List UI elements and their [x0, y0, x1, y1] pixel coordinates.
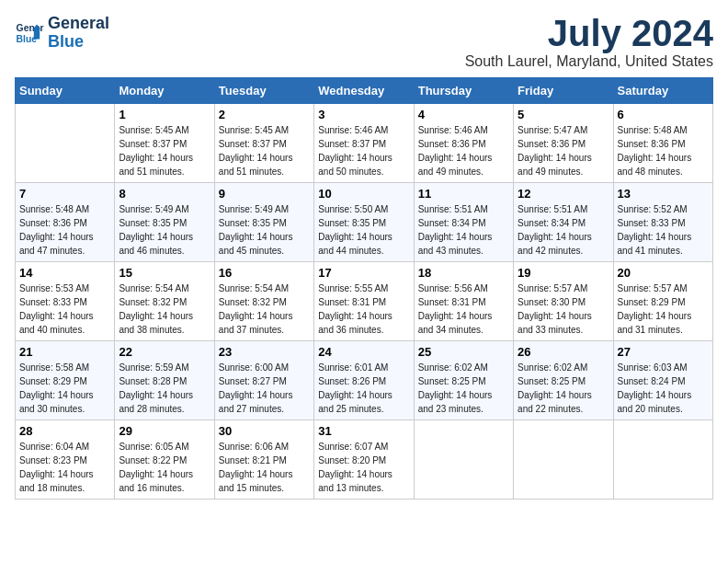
calendar-cell: 8Sunrise: 5:49 AM Sunset: 8:35 PM Daylig… [115, 183, 214, 262]
day-info: Sunrise: 6:07 AM Sunset: 8:20 PM Dayligh… [318, 440, 409, 495]
day-number: 8 [119, 187, 210, 201]
day-number: 29 [119, 424, 210, 438]
calendar-cell: 10Sunrise: 5:50 AM Sunset: 8:35 PM Dayli… [314, 183, 414, 262]
day-info: Sunrise: 5:46 AM Sunset: 8:37 PM Dayligh… [318, 123, 409, 178]
calendar-body: 1Sunrise: 5:45 AM Sunset: 8:37 PM Daylig… [16, 104, 713, 500]
day-number: 11 [418, 187, 509, 201]
weekday-header: Sunday [16, 78, 115, 104]
day-info: Sunrise: 5:58 AM Sunset: 8:29 PM Dayligh… [19, 361, 110, 416]
logo-text: General Blue [48, 15, 109, 52]
day-number: 3 [318, 108, 409, 121]
day-number: 27 [618, 345, 709, 359]
day-info: Sunrise: 5:56 AM Sunset: 8:31 PM Dayligh… [418, 282, 509, 337]
calendar-cell: 13Sunrise: 5:52 AM Sunset: 8:33 PM Dayli… [613, 183, 712, 262]
day-info: Sunrise: 5:47 AM Sunset: 8:36 PM Dayligh… [518, 123, 609, 178]
day-number: 14 [19, 266, 110, 280]
calendar-cell: 4Sunrise: 5:46 AM Sunset: 8:36 PM Daylig… [414, 104, 513, 183]
day-number: 24 [318, 345, 409, 359]
day-number: 22 [119, 345, 210, 359]
day-info: Sunrise: 6:02 AM Sunset: 8:25 PM Dayligh… [518, 361, 609, 416]
weekday-header: Saturday [613, 78, 712, 104]
day-number: 19 [518, 266, 609, 280]
calendar-cell: 9Sunrise: 5:49 AM Sunset: 8:35 PM Daylig… [214, 183, 313, 262]
day-number: 18 [418, 266, 509, 280]
calendar-cell: 25Sunrise: 6:02 AM Sunset: 8:25 PM Dayli… [414, 341, 513, 420]
day-number: 17 [318, 266, 409, 280]
day-info: Sunrise: 5:52 AM Sunset: 8:33 PM Dayligh… [618, 202, 709, 258]
day-info: Sunrise: 5:53 AM Sunset: 8:33 PM Dayligh… [19, 282, 110, 337]
day-info: Sunrise: 5:57 AM Sunset: 8:30 PM Dayligh… [518, 282, 609, 337]
calendar-cell: 31Sunrise: 6:07 AM Sunset: 8:20 PM Dayli… [314, 420, 414, 500]
day-number: 28 [19, 424, 110, 438]
day-info: Sunrise: 5:45 AM Sunset: 8:37 PM Dayligh… [219, 123, 310, 178]
day-number: 25 [418, 345, 509, 359]
calendar-cell: 21Sunrise: 5:58 AM Sunset: 8:29 PM Dayli… [16, 341, 115, 420]
day-info: Sunrise: 5:49 AM Sunset: 8:35 PM Dayligh… [219, 202, 310, 258]
weekday-header: Tuesday [214, 78, 313, 104]
day-number: 9 [219, 187, 310, 201]
calendar-cell: 20Sunrise: 5:57 AM Sunset: 8:29 PM Dayli… [613, 262, 712, 341]
day-info: Sunrise: 5:51 AM Sunset: 8:34 PM Dayligh… [518, 202, 609, 258]
calendar-cell: 16Sunrise: 5:54 AM Sunset: 8:32 PM Dayli… [214, 262, 313, 341]
logo-icon: General Blue [15, 18, 44, 48]
day-info: Sunrise: 6:04 AM Sunset: 8:23 PM Dayligh… [19, 440, 110, 495]
day-number: 5 [518, 108, 609, 121]
day-number: 1 [119, 108, 210, 121]
day-number: 31 [318, 424, 409, 438]
calendar-week-row: 7Sunrise: 5:48 AM Sunset: 8:36 PM Daylig… [16, 183, 713, 262]
calendar-cell: 29Sunrise: 6:05 AM Sunset: 8:22 PM Dayli… [115, 420, 214, 500]
day-info: Sunrise: 5:48 AM Sunset: 8:36 PM Dayligh… [618, 123, 709, 178]
calendar-cell: 3Sunrise: 5:46 AM Sunset: 8:37 PM Daylig… [314, 104, 414, 183]
day-info: Sunrise: 5:45 AM Sunset: 8:37 PM Dayligh… [119, 123, 210, 178]
day-number: 15 [119, 266, 210, 280]
day-info: Sunrise: 6:03 AM Sunset: 8:24 PM Dayligh… [618, 361, 709, 416]
day-info: Sunrise: 5:57 AM Sunset: 8:29 PM Dayligh… [618, 282, 709, 337]
day-info: Sunrise: 5:54 AM Sunset: 8:32 PM Dayligh… [119, 282, 210, 337]
page-header: General Blue General Blue July 2024 Sout… [15, 15, 713, 70]
calendar-cell [414, 420, 513, 500]
calendar-cell: 5Sunrise: 5:47 AM Sunset: 8:36 PM Daylig… [514, 104, 613, 183]
day-number: 10 [318, 187, 409, 201]
calendar-cell [514, 420, 613, 500]
calendar-week-row: 21Sunrise: 5:58 AM Sunset: 8:29 PM Dayli… [16, 341, 713, 420]
day-number: 21 [19, 345, 110, 359]
calendar-cell: 19Sunrise: 5:57 AM Sunset: 8:30 PM Dayli… [514, 262, 613, 341]
calendar-cell: 24Sunrise: 6:01 AM Sunset: 8:26 PM Dayli… [314, 341, 414, 420]
day-number: 13 [618, 187, 709, 201]
day-info: Sunrise: 5:54 AM Sunset: 8:32 PM Dayligh… [219, 282, 310, 337]
calendar-header-row: SundayMondayTuesdayWednesdayThursdayFrid… [16, 78, 713, 104]
day-number: 20 [618, 266, 709, 280]
day-info: Sunrise: 6:01 AM Sunset: 8:26 PM Dayligh… [318, 361, 409, 416]
day-info: Sunrise: 5:49 AM Sunset: 8:35 PM Dayligh… [119, 202, 210, 258]
day-number: 23 [219, 345, 310, 359]
calendar-cell: 22Sunrise: 5:59 AM Sunset: 8:28 PM Dayli… [115, 341, 214, 420]
day-info: Sunrise: 6:02 AM Sunset: 8:25 PM Dayligh… [418, 361, 509, 416]
calendar-week-row: 14Sunrise: 5:53 AM Sunset: 8:33 PM Dayli… [16, 262, 713, 341]
logo: General Blue General Blue [15, 15, 109, 52]
calendar-cell: 30Sunrise: 6:06 AM Sunset: 8:21 PM Dayli… [214, 420, 313, 500]
calendar-cell: 6Sunrise: 5:48 AM Sunset: 8:36 PM Daylig… [613, 104, 712, 183]
calendar-cell: 11Sunrise: 5:51 AM Sunset: 8:34 PM Dayli… [414, 183, 513, 262]
day-number: 16 [219, 266, 310, 280]
weekday-header: Friday [514, 78, 613, 104]
calendar-cell: 23Sunrise: 6:00 AM Sunset: 8:27 PM Dayli… [214, 341, 313, 420]
day-number: 7 [19, 187, 110, 201]
day-info: Sunrise: 6:05 AM Sunset: 8:22 PM Dayligh… [119, 440, 210, 495]
day-number: 12 [518, 187, 609, 201]
weekday-header: Wednesday [314, 78, 414, 104]
calendar-cell: 7Sunrise: 5:48 AM Sunset: 8:36 PM Daylig… [16, 183, 115, 262]
day-number: 2 [219, 108, 310, 121]
calendar-cell: 18Sunrise: 5:56 AM Sunset: 8:31 PM Dayli… [414, 262, 513, 341]
calendar-cell: 2Sunrise: 5:45 AM Sunset: 8:37 PM Daylig… [214, 104, 313, 183]
calendar-table: SundayMondayTuesdayWednesdayThursdayFrid… [15, 77, 713, 500]
day-info: Sunrise: 5:55 AM Sunset: 8:31 PM Dayligh… [318, 282, 409, 337]
calendar-cell: 26Sunrise: 6:02 AM Sunset: 8:25 PM Dayli… [514, 341, 613, 420]
day-info: Sunrise: 5:46 AM Sunset: 8:36 PM Dayligh… [418, 123, 509, 178]
calendar-week-row: 1Sunrise: 5:45 AM Sunset: 8:37 PM Daylig… [16, 104, 713, 183]
calendar-week-row: 28Sunrise: 6:04 AM Sunset: 8:23 PM Dayli… [16, 420, 713, 500]
day-info: Sunrise: 5:59 AM Sunset: 8:28 PM Dayligh… [119, 361, 210, 416]
day-info: Sunrise: 6:00 AM Sunset: 8:27 PM Dayligh… [219, 361, 310, 416]
calendar-cell: 14Sunrise: 5:53 AM Sunset: 8:33 PM Dayli… [16, 262, 115, 341]
day-number: 4 [418, 108, 509, 121]
calendar-cell: 1Sunrise: 5:45 AM Sunset: 8:37 PM Daylig… [115, 104, 214, 183]
